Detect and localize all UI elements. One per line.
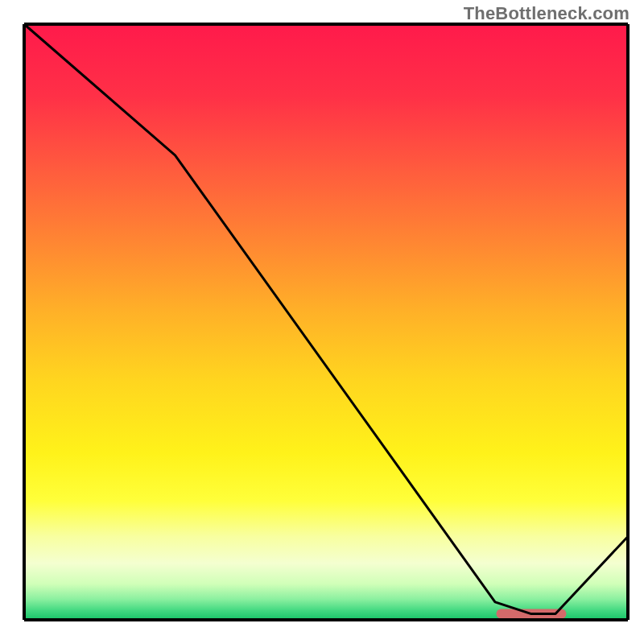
chart-container: TheBottleneck.com — [0, 0, 644, 644]
bottleneck-chart — [0, 0, 644, 644]
gradient-background — [24, 24, 628, 620]
